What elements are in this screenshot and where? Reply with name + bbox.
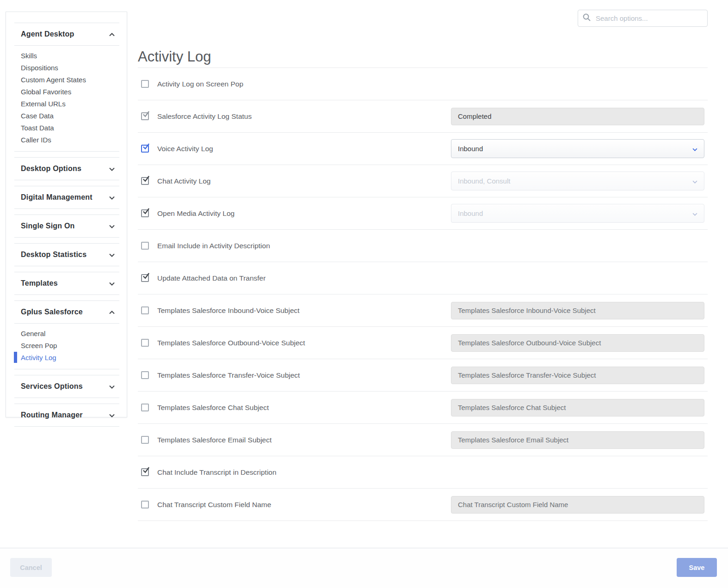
- row-templates-salesforce-email-subject: Templates Salesforce Email Subject: [138, 424, 708, 456]
- templates-salesforce-email-subject-input: [451, 431, 704, 449]
- page-title: Activity Log: [138, 49, 211, 65]
- checkbox-templates-salesforce-transfer-voice-subject[interactable]: [141, 371, 149, 379]
- chevron-down-icon: [692, 177, 697, 185]
- row-open-media-activity-log: Open Media Activity Log Inbound: [138, 197, 708, 230]
- chat-transcript-custom-field-name-input: [451, 496, 704, 514]
- sidebar-section-label: Desktop Options: [21, 165, 81, 173]
- templates-salesforce-transfer-voice-subject-input: [451, 367, 704, 384]
- sidebar-item-caller-ids[interactable]: Caller IDs: [6, 134, 127, 146]
- search-icon: [583, 13, 591, 23]
- templates-salesforce-chat-subject-input: [451, 399, 704, 416]
- checkbox-open-media-activity-log[interactable]: [141, 209, 149, 217]
- checkbox-templates-salesforce-email-subject[interactable]: [141, 436, 149, 444]
- row-chat-activity-log: Chat Activity Log Inbound, Consult: [138, 165, 708, 197]
- divider: [14, 180, 119, 180]
- chevron-down-icon: [109, 411, 115, 419]
- row-update-attached-data-on-transfer: Update Attached Data on Transfer: [138, 262, 708, 294]
- sidebar-header-gplus-salesforce[interactable]: Gplus Salesforce: [6, 301, 127, 323]
- sidebar-item-activity-log[interactable]: Activity Log: [6, 351, 127, 363]
- row-label: Templates Salesforce Transfer-Voice Subj…: [157, 371, 300, 380]
- sidebar-section-single-sign-on: Single Sign On: [6, 214, 127, 238]
- save-button[interactable]: Save: [677, 558, 717, 577]
- search-input[interactable]: [595, 14, 703, 23]
- row-chat-transcript-custom-field-name: Chat Transcript Custom Field Name: [138, 489, 708, 521]
- sidebar-header-desktop-statistics[interactable]: Desktop Statistics: [6, 244, 127, 266]
- row-label: Open Media Activity Log: [157, 209, 234, 218]
- sidebar-header-digital-management[interactable]: Digital Management: [6, 186, 127, 208]
- cancel-button[interactable]: Cancel: [10, 558, 52, 577]
- chevron-up-icon: [109, 308, 115, 316]
- sidebar-section-routing-manager: Routing Manager: [6, 404, 127, 427]
- checkbox-activity-log-on-screen-pop[interactable]: [141, 80, 149, 88]
- row-templates-salesforce-inbound-voice-subject: Templates Salesforce Inbound-Voice Subje…: [138, 294, 708, 327]
- checkbox-chat-transcript-custom-field-name[interactable]: [141, 501, 149, 508]
- checkbox-chat-include-transcript-in-description[interactable]: [141, 468, 149, 476]
- sidebar-item-custom-agent-states[interactable]: Custom Agent States: [6, 74, 127, 86]
- sidebar-section-agent-desktop: Agent Desktop Skills Dispositions Custom…: [6, 23, 127, 152]
- row-email-include-in-activity-description: Email Include in Activity Description: [138, 230, 708, 262]
- sidebar-item-dispositions[interactable]: Dispositions: [6, 61, 127, 74]
- sidebar-header-templates[interactable]: Templates: [6, 272, 127, 294]
- checkbox-templates-salesforce-chat-subject[interactable]: [141, 404, 149, 411]
- templates-salesforce-inbound-voice-subject-input: [451, 302, 704, 319]
- row-label: Templates Salesforce Chat Subject: [157, 404, 269, 412]
- checkbox-update-attached-data-on-transfer[interactable]: [141, 274, 149, 282]
- sidebar-section-desktop-options: Desktop Options: [6, 157, 127, 180]
- checkbox-salesforce-activity-log-status[interactable]: [141, 112, 149, 120]
- sidebar-section-label: Single Sign On: [21, 222, 75, 230]
- chevron-down-icon: [692, 209, 697, 217]
- sidebar-item-skills[interactable]: Skills: [6, 49, 127, 61]
- chevron-down-icon: [692, 145, 697, 153]
- sidebar-section-label: Templates: [21, 279, 58, 288]
- chevron-down-icon: [109, 222, 115, 230]
- divider: [14, 208, 119, 209]
- sidebar-section-desktop-statistics: Desktop Statistics: [6, 243, 127, 266]
- sidebar-section-label: Desktop Statistics: [21, 251, 86, 259]
- footer-bar: Cancel Save: [0, 548, 728, 588]
- row-templates-salesforce-chat-subject: Templates Salesforce Chat Subject: [138, 392, 708, 424]
- checkbox-templates-salesforce-outbound-voice-subject[interactable]: [141, 339, 149, 347]
- sidebar-item-toast-data[interactable]: Toast Data: [6, 122, 127, 134]
- divider: [14, 398, 119, 398]
- chevron-down-icon: [109, 382, 115, 391]
- divider: [14, 294, 119, 295]
- sidebar-header-routing-manager[interactable]: Routing Manager: [6, 404, 127, 426]
- row-salesforce-activity-log-status: Salesforce Activity Log Status: [138, 100, 708, 133]
- row-label: Templates Salesforce Inbound-Voice Subje…: [157, 306, 300, 315]
- divider: [14, 237, 119, 238]
- sidebar-item-general[interactable]: General: [6, 327, 127, 339]
- voice-activity-log-select[interactable]: Inbound: [451, 139, 704, 158]
- selected-value: Inbound: [458, 209, 483, 217]
- sidebar-header-services-options[interactable]: Services Options: [6, 375, 127, 398]
- sidebar-header-single-sign-on[interactable]: Single Sign On: [6, 215, 127, 237]
- checkbox-templates-salesforce-inbound-voice-subject[interactable]: [141, 306, 149, 314]
- divider: [14, 426, 119, 427]
- row-label: Email Include in Activity Description: [157, 242, 270, 250]
- sidebar-item-case-data[interactable]: Case Data: [6, 110, 127, 122]
- sidebar-item-external-urls[interactable]: External URLs: [6, 98, 127, 110]
- open-media-activity-log-select: Inbound: [451, 204, 704, 223]
- settings-form: Activity Log on Screen Pop Salesforce Ac…: [138, 67, 708, 521]
- row-templates-salesforce-transfer-voice-subject: Templates Salesforce Transfer-Voice Subj…: [138, 359, 708, 392]
- chevron-down-icon: [109, 193, 115, 202]
- sidebar-item-screen-pop[interactable]: Screen Pop: [6, 339, 127, 351]
- chevron-down-icon: [109, 165, 115, 173]
- sidebar-header-agent-desktop[interactable]: Agent Desktop: [6, 23, 127, 45]
- row-label: Salesforce Activity Log Status: [157, 112, 252, 121]
- sidebar-section-label: Digital Management: [21, 193, 93, 202]
- row-label: Voice Activity Log: [157, 145, 213, 153]
- row-label: Update Attached Data on Transfer: [157, 274, 265, 282]
- sidebar-section-templates: Templates: [6, 272, 127, 295]
- sidebar-section-label: Agent Desktop: [21, 30, 74, 38]
- checkbox-chat-activity-log[interactable]: [141, 177, 149, 185]
- row-voice-activity-log: Voice Activity Log Inbound: [138, 133, 708, 165]
- checkbox-email-include-in-activity-description[interactable]: [141, 242, 149, 250]
- row-activity-log-on-screen-pop: Activity Log on Screen Pop: [138, 68, 708, 100]
- salesforce-activity-log-status-input: [451, 108, 704, 125]
- checkbox-voice-activity-log[interactable]: [141, 145, 149, 153]
- row-label: Templates Salesforce Outbound-Voice Subj…: [157, 339, 305, 347]
- settings-sidebar: Agent Desktop Skills Dispositions Custom…: [6, 12, 127, 417]
- row-templates-salesforce-outbound-voice-subject: Templates Salesforce Outbound-Voice Subj…: [138, 327, 708, 359]
- sidebar-item-global-favorites[interactable]: Global Favorites: [6, 86, 127, 98]
- sidebar-header-desktop-options[interactable]: Desktop Options: [6, 158, 127, 180]
